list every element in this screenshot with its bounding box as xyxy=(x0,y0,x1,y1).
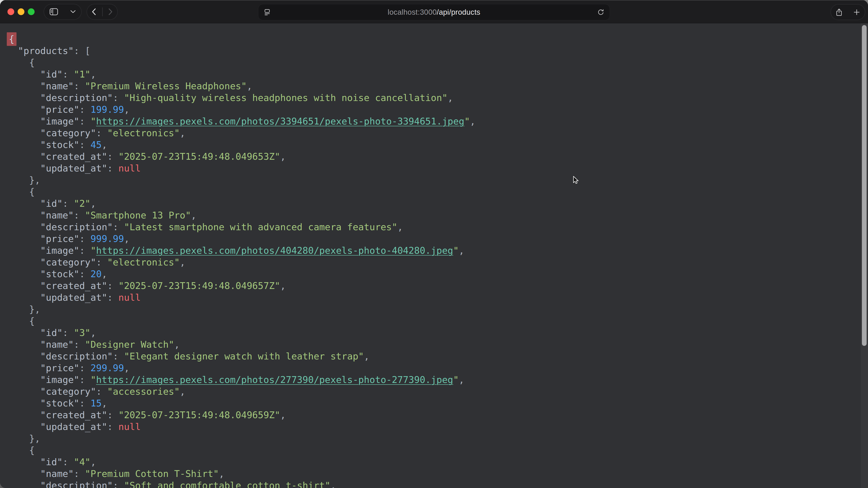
json-token: "electronics" xyxy=(107,257,180,268)
json-line: { xyxy=(7,57,855,68)
toolbar-right-group xyxy=(831,4,865,20)
json-token: " xyxy=(90,375,96,385)
json-link[interactable]: https://images.pexels.com/photos/404280/… xyxy=(96,245,453,256)
json-token: : xyxy=(63,198,74,209)
json-token: "category" xyxy=(7,386,96,397)
json-token: , xyxy=(90,69,96,80)
json-token: , xyxy=(459,245,464,256)
back-button[interactable] xyxy=(92,8,96,15)
json-token: : xyxy=(79,269,90,280)
json-token: "electronics" xyxy=(107,128,180,138)
json-line: "description": "Latest smartphone with a… xyxy=(7,221,855,233)
json-token: "name" xyxy=(7,80,74,92)
json-token: "price" xyxy=(7,104,79,115)
json-token: 20 xyxy=(90,269,101,280)
json-token: "price" xyxy=(7,363,79,373)
json-token: : xyxy=(96,386,107,397)
json-line: { xyxy=(7,33,855,45)
page-settings-button[interactable] xyxy=(264,9,271,15)
json-line: "id": "3", xyxy=(7,327,855,339)
json-token: "id" xyxy=(7,69,63,80)
json-token: : xyxy=(79,116,90,127)
json-line: "category": "electronics", xyxy=(7,256,855,268)
json-token: "name" xyxy=(7,339,74,350)
json-line: "id": "1", xyxy=(7,68,855,80)
close-button[interactable] xyxy=(7,8,14,15)
refresh-button[interactable] xyxy=(597,9,604,15)
json-token: "4" xyxy=(74,457,90,467)
json-token: null xyxy=(119,292,141,303)
json-token: : xyxy=(96,128,107,138)
json-token: : xyxy=(113,92,124,103)
forward-button[interactable] xyxy=(108,8,113,15)
json-token: , xyxy=(174,339,180,350)
json-token: , xyxy=(180,128,185,138)
json-token: : xyxy=(74,468,85,479)
scrollbar-track[interactable] xyxy=(861,23,868,488)
json-token: : xyxy=(107,151,118,162)
json-viewer: { "products": [ { "id": "1", "name": "Pr… xyxy=(7,33,855,488)
json-line: }, xyxy=(7,433,855,445)
json-token: , xyxy=(124,233,129,244)
json-token: "updated_at" xyxy=(7,421,107,432)
json-token: "category" xyxy=(7,128,96,138)
json-token: "Premium Cotton T-Shirt" xyxy=(85,468,219,479)
json-token: "Soft and comfortable cotton t-shirt" xyxy=(124,480,330,488)
json-token: 45 xyxy=(90,139,101,150)
scrollbar-thumb[interactable] xyxy=(862,25,867,346)
minimize-button[interactable] xyxy=(18,8,24,15)
json-token: , xyxy=(280,410,286,420)
json-line: }, xyxy=(7,174,855,186)
json-token: "id" xyxy=(7,457,63,467)
chevron-left-icon xyxy=(92,8,96,15)
json-token: , xyxy=(459,375,464,385)
json-token: "description" xyxy=(7,92,113,103)
json-token: "2025-07-23T15:49:48.049659Z" xyxy=(119,410,280,420)
json-token: : xyxy=(74,80,85,92)
json-token: "price" xyxy=(7,233,79,244)
json-token: : xyxy=(96,257,107,268)
json-token: null xyxy=(119,421,141,432)
tab-overview-chevron-button[interactable] xyxy=(70,10,76,13)
json-token: , xyxy=(219,468,224,479)
json-token: "Smartphone 13 Pro" xyxy=(85,210,191,221)
json-line: { xyxy=(7,186,855,198)
json-token: , xyxy=(180,386,185,397)
json-token: : xyxy=(74,210,85,221)
json-token: "image" xyxy=(7,245,79,256)
json-token: : xyxy=(107,410,118,420)
json-token: : xyxy=(74,339,85,350)
new-tab-button[interactable] xyxy=(854,9,860,15)
json-line: "description": "Elegant designer watch w… xyxy=(7,350,855,362)
json-token: "image" xyxy=(7,116,79,127)
json-token: : xyxy=(113,222,124,232)
json-token: }, xyxy=(7,433,40,444)
url-field[interactable]: localhost:3000/api/products xyxy=(258,4,610,20)
nav-button-group xyxy=(87,4,118,20)
json-line: "products": [ xyxy=(7,45,855,57)
json-token: , xyxy=(102,269,107,280)
json-token: "updated_at" xyxy=(7,292,107,303)
json-link[interactable]: https://images.pexels.com/photos/277390/… xyxy=(96,375,453,385)
share-button[interactable] xyxy=(836,8,842,16)
refresh-icon xyxy=(597,9,604,15)
json-token: , xyxy=(397,222,403,232)
sidebar-tab-group xyxy=(43,4,82,20)
json-line: "created_at": "2025-07-23T15:49:48.04965… xyxy=(7,151,855,162)
json-token: "stock" xyxy=(7,269,79,280)
json-token: , xyxy=(364,351,370,362)
json-token: }, xyxy=(7,175,40,186)
json-token: "2025-07-23T15:49:48.049653Z" xyxy=(119,151,280,162)
json-token: : xyxy=(63,327,74,338)
json-token: : xyxy=(79,363,90,373)
json-token: "products" xyxy=(7,45,74,56)
json-token: : xyxy=(107,163,118,174)
json-link[interactable]: https://images.pexels.com/photos/3394651… xyxy=(96,116,464,127)
json-token: "id" xyxy=(7,198,63,209)
zoom-button[interactable] xyxy=(28,8,35,15)
json-token: " xyxy=(464,116,470,127)
sidebar-toggle-button[interactable] xyxy=(50,8,58,15)
nav-divider xyxy=(102,7,103,16)
json-token: , xyxy=(102,139,107,150)
json-token: "description" xyxy=(7,480,113,488)
